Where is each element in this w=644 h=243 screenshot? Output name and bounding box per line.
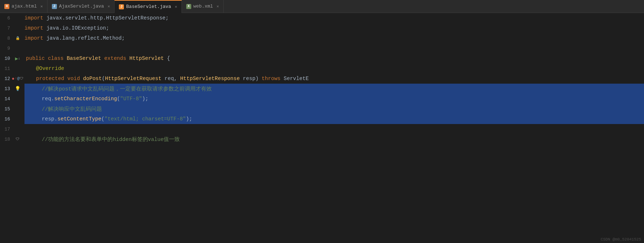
code-line-13: //解决post请求中文乱码问题，一定要在获取请求参数之前调用才有效	[24, 84, 644, 94]
line-number-15: 15	[0, 106, 14, 112]
gutter-row-12: 12 ● ↑ @ 🛡	[0, 74, 22, 84]
gutter-row-13: 13 💡	[0, 84, 22, 94]
gutter-icons-13: 💡	[14, 86, 22, 92]
tab-close-ajax-servlet[interactable]: ✕	[108, 4, 110, 9]
line-number-13: 13	[0, 86, 14, 92]
gutter-row-11: 11	[0, 63, 22, 74]
code-line-14: req. setCharacterEncoding ( "UTF-8" );	[24, 94, 644, 104]
lock-icon: 🔒	[15, 36, 20, 40]
tab-label-web-xml: web.xml	[193, 4, 213, 9]
tab-label-base-servlet: BaseServlet.java	[126, 4, 171, 9]
tab-icon-ajax-servlet: J	[52, 4, 57, 9]
tab-label-ajax-html: ajax.html	[12, 4, 37, 9]
gutter-row-15: 15	[0, 104, 22, 114]
line-number-11: 11	[0, 66, 14, 71]
code-line-16: resp. setContentType ( "text/html; chars…	[24, 114, 644, 124]
run-icon[interactable]: ▶	[15, 56, 18, 62]
tab-web-xml[interactable]: X web.xml ✕	[182, 0, 224, 13]
tab-bar: H ajax.html ✕ J AjaxServlet.java ✕ J Bas…	[0, 0, 644, 13]
tab-icon-html: H	[4, 4, 9, 9]
line-number-17: 17	[0, 127, 14, 132]
tab-ajax-servlet[interactable]: J AjaxServlet.java ✕	[48, 0, 115, 13]
shield-icon-18: 🛡	[16, 137, 19, 141]
code-line-15: //解决响应中文乱码问题	[24, 104, 644, 114]
line-number-16: 16	[0, 116, 14, 122]
gutter-row-18: 18 🛡	[0, 134, 22, 144]
code-line-10: public class BaseServlet extends HttpSer…	[24, 53, 644, 63]
line-number-14: 14	[0, 96, 14, 102]
tab-label-ajax-servlet: AjaxServlet.java	[59, 4, 104, 9]
gutter-row-16: 16	[0, 114, 22, 124]
line-number-8: 8	[0, 36, 14, 41]
line-number-6: 6	[0, 16, 14, 21]
gutter-icons-12: ● ↑ @ 🛡	[14, 76, 22, 81]
gutter-icons-8: 🔒	[14, 36, 22, 40]
tab-close-web-xml[interactable]: ✕	[216, 4, 219, 9]
gutter: 6 7 8 🔒 9 10 ▶ ↓ 11	[0, 13, 22, 243]
code-line-8: import java.lang.reflect.Method;	[24, 33, 644, 43]
editor-area: 6 7 8 🔒 9 10 ▶ ↓ 11	[0, 13, 644, 243]
gutter-row-14: 14	[0, 94, 22, 104]
red-dot-icon[interactable]: ●	[12, 76, 15, 81]
gutter-row-8: 8 🔒	[0, 33, 22, 43]
tab-ajax-html[interactable]: H ajax.html ✕	[0, 0, 48, 13]
gutter-row-10: 10 ▶ ↓	[0, 53, 22, 63]
gutter-icons-10[interactable]: ▶ ↓	[14, 56, 22, 62]
code-line-18: //功能的方法名要和表单中的hidden标签的value值一致	[24, 134, 644, 144]
code-line-9	[24, 43, 644, 53]
arrow-down-icon: ↓	[18, 57, 20, 61]
gutter-row-6: 6	[0, 13, 22, 23]
tab-base-servlet[interactable]: J BaseServlet.java ✕	[115, 0, 182, 13]
arrow-up-icon: ↑	[15, 77, 17, 80]
code-line-7: import java.io.IOException;	[24, 23, 644, 33]
line-number-10: 10	[0, 56, 14, 61]
gutter-row-9: 9	[0, 43, 22, 53]
shield-icon: 🛡	[20, 76, 23, 81]
line-number-18: 18	[0, 137, 14, 142]
code-line-6: import javax.servlet.http.HttpServletRes…	[24, 13, 644, 23]
code-lines: import javax.servlet.http.HttpServletRes…	[24, 13, 644, 144]
code-area[interactable]: import javax.servlet.http.HttpServletRes…	[22, 13, 644, 243]
watermark: CSDN @m0_52041525	[601, 237, 641, 242]
tab-close-base-servlet[interactable]: ✕	[175, 4, 177, 9]
gutter-row-17: 17	[0, 124, 22, 134]
tab-close-ajax-html[interactable]: ✕	[40, 4, 43, 9]
code-line-17	[24, 124, 644, 134]
tab-icon-web-xml: X	[186, 4, 191, 9]
code-line-11: @Override	[24, 63, 644, 74]
gutter-row-7: 7	[0, 23, 22, 33]
tab-icon-base-servlet: J	[119, 4, 124, 9]
gutter-icons-18: 🛡	[14, 137, 22, 141]
line-number-7: 7	[0, 26, 14, 31]
line-number-9: 9	[0, 46, 14, 51]
at-icon: @	[17, 76, 20, 81]
bulb-icon: 💡	[15, 86, 21, 92]
code-line-12: protected void doPost ( HttpServletReque…	[24, 74, 644, 84]
